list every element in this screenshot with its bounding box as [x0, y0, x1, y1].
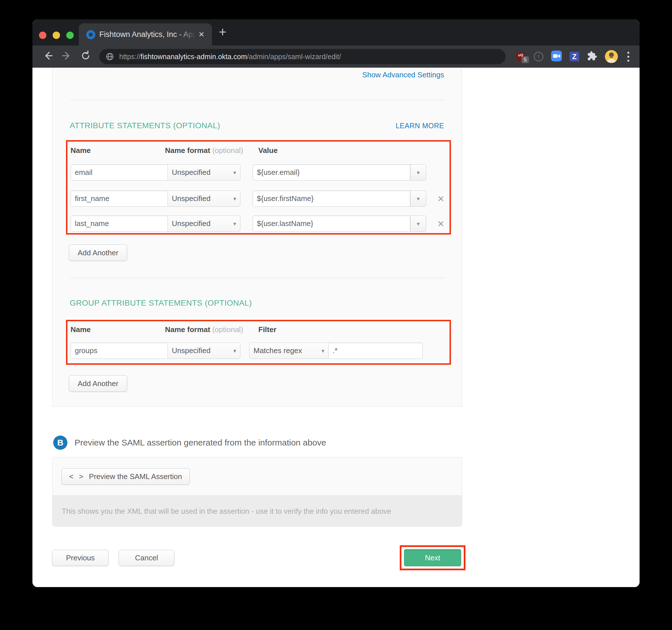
new-tab-button[interactable]: + [219, 24, 226, 40]
extensions-puzzle-icon[interactable] [587, 51, 597, 62]
close-window-button[interactable] [39, 31, 46, 39]
ublock-extension-icon[interactable]: uO 5 [515, 51, 526, 62]
back-button[interactable] [41, 49, 55, 64]
chevron-down-icon: ▾ [233, 169, 236, 176]
tab-title-fade [179, 27, 199, 42]
cancel-button[interactable]: Cancel [119, 550, 174, 566]
saml-settings-panel: Show Advanced Settings ATTRIBUTE STATEME… [52, 68, 462, 406]
attribute-value-dropdown-button[interactable]: ▾ [410, 216, 426, 232]
profile-avatar[interactable] [605, 50, 618, 63]
minimize-window-button[interactable] [53, 31, 60, 39]
attribute-value-input[interactable] [253, 164, 410, 180]
group-attribute-statements-heading: GROUP ATTRIBUTE STATEMENTS (OPTIONAL) [70, 299, 252, 308]
attribute-row: Unspecified▾ ▾ ✕ [67, 191, 450, 207]
address-bar[interactable]: https://fishtownanalytics-admin.okta.com… [99, 49, 506, 64]
browser-menu-icon[interactable] [626, 52, 631, 62]
column-header-name-format: Name format (optional) [165, 325, 243, 334]
url-host: fishtownanalytics-admin.okta.com [141, 53, 247, 60]
browser-tab[interactable]: Fishtown Analytics, Inc - Applic ✕ [79, 23, 212, 46]
preview-saml-assertion-button[interactable]: < >Preview the SAML Assertion [62, 468, 190, 485]
step-b-badge: B [53, 435, 67, 450]
attribute-name-format-select[interactable]: Unspecified▾ [168, 216, 240, 232]
divider [70, 278, 445, 278]
chevron-down-icon: ▾ [233, 220, 236, 227]
attribute-value-input[interactable] [253, 216, 410, 232]
show-advanced-settings-link[interactable]: Show Advanced Settings [362, 71, 444, 79]
extensions-area: uO 5 ! Z [515, 46, 631, 68]
attribute-row: Unspecified▾ ▾ [67, 164, 450, 180]
browser-toolbar: https://fishtownanalytics-admin.okta.com… [32, 46, 640, 68]
url-path: /admin/apps/saml-wizard/edit/ [247, 53, 341, 60]
chevron-down-icon: ▾ [233, 347, 236, 354]
group-filter-value-input[interactable] [329, 343, 423, 359]
group-filter-type-select[interactable]: Matches regex▾ [249, 343, 329, 359]
attribute-statements-highlight-box: Name Name format (optional) Value Unspec… [66, 140, 451, 234]
remove-row-icon[interactable]: ✕ [437, 219, 445, 229]
learn-more-link[interactable]: LEARN MORE [396, 122, 444, 130]
remove-row-icon[interactable]: ✕ [437, 194, 445, 204]
divider [70, 100, 445, 100]
next-button[interactable]: Next [404, 549, 461, 566]
ublock-badge: 5 [522, 56, 529, 63]
z-extension-icon[interactable]: Z [570, 52, 579, 61]
attribute-name-input[interactable] [71, 191, 168, 207]
attribute-value-dropdown-button[interactable]: ▾ [410, 164, 426, 180]
attribute-statements-heading: ATTRIBUTE STATEMENTS (OPTIONAL) [70, 121, 220, 130]
attribute-name-format-select[interactable]: Unspecified▾ [168, 191, 240, 207]
window-controls [39, 31, 74, 39]
column-header-filter: Filter [258, 325, 277, 334]
column-header-name-format: Name format (optional) [165, 146, 243, 155]
zoom-extension-icon[interactable] [551, 51, 562, 62]
url-text: https://fishtownanalytics-admin.okta.com… [119, 53, 341, 61]
group-attribute-row: Unspecified▾ Matches regex▾ [67, 343, 450, 359]
chevron-down-icon: ▾ [321, 347, 324, 354]
okta-favicon-icon [86, 30, 95, 39]
browser-tab-bar: Fishtown Analytics, Inc - Applic ✕ + [32, 19, 640, 46]
reload-button[interactable] [78, 49, 93, 64]
preview-hint-area: This shows you the XML that will be used… [53, 496, 462, 527]
attribute-name-input[interactable] [71, 216, 168, 232]
column-header-name: Name [71, 325, 91, 334]
group-name-format-select[interactable]: Unspecified▾ [168, 343, 240, 359]
page-content: Show Advanced Settings ATTRIBUTE STATEME… [32, 68, 640, 587]
attribute-value-input[interactable] [253, 191, 410, 207]
next-button-highlight-box: Next [400, 545, 465, 570]
site-globe-icon [105, 52, 114, 61]
group-name-input[interactable] [71, 343, 168, 359]
attribute-name-input[interactable] [71, 164, 168, 180]
privacy-extension-icon[interactable]: ! [534, 52, 544, 61]
attribute-value-dropdown-button[interactable]: ▾ [410, 191, 426, 207]
code-brackets-icon: < > [69, 472, 85, 481]
url-scheme: https:// [119, 53, 141, 60]
attribute-row: Unspecified▾ ▾ ✕ [67, 216, 450, 232]
forward-button[interactable] [59, 49, 74, 64]
column-header-name: Name [71, 146, 91, 155]
add-another-button[interactable]: Add Another [69, 375, 127, 392]
tab-close-icon[interactable]: ✕ [198, 30, 205, 39]
saml-preview-panel: < >Preview the SAML Assertion This shows… [52, 457, 462, 527]
chevron-down-icon: ▾ [233, 195, 236, 202]
previous-button[interactable]: Previous [52, 550, 109, 566]
column-header-value: Value [258, 146, 278, 155]
browser-window: Fishtown Analytics, Inc - Applic ✕ + htt… [32, 19, 640, 587]
attribute-name-format-select[interactable]: Unspecified▾ [168, 164, 240, 180]
group-attribute-statements-highlight-box: Name Name format (optional) Filter Unspe… [66, 320, 451, 365]
add-another-button[interactable]: Add Another [69, 245, 127, 261]
fullscreen-window-button[interactable] [66, 31, 74, 39]
preview-hint-text: This shows you the XML that will be used… [62, 507, 391, 516]
step-b-title: Preview the SAML assertion generated fro… [75, 438, 326, 448]
